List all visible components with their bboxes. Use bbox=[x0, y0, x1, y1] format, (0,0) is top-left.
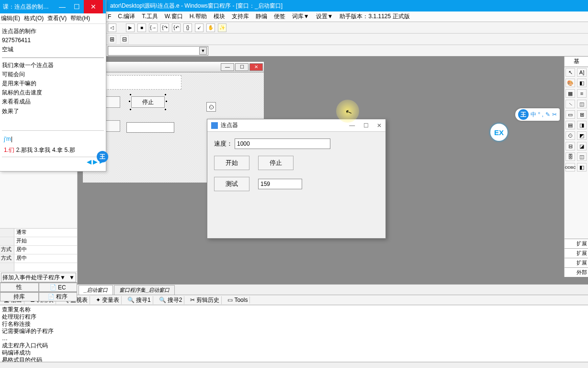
hline-icon[interactable]: ⟍ bbox=[565, 100, 575, 108]
rt-close-icon[interactable]: ✕ bbox=[377, 122, 382, 129]
combo-box[interactable]: ▼ bbox=[108, 46, 208, 56]
runtime-titlebar[interactable]: 连点器 — ☐ ✕ bbox=[207, 119, 385, 132]
ime-candidate-5[interactable]: 5.那 bbox=[65, 147, 75, 153]
palette-icon[interactable]: 🎨 bbox=[565, 79, 575, 87]
notes-title-bar[interactable]: 课：连点器的制… — ☐ ✕ bbox=[0, 0, 106, 13]
odbc-icon[interactable]: ODBC bbox=[565, 163, 575, 172]
design-result-field[interactable] bbox=[126, 122, 174, 133]
tool-icon[interactable]: ⊞ bbox=[577, 110, 587, 119]
timer-icon[interactable]: ⏲ bbox=[206, 102, 216, 112]
toolbox-bottom-tab[interactable]: 扩展 bbox=[565, 248, 588, 258]
hand-icon[interactable]: ✋ bbox=[206, 23, 215, 32]
timer-icon[interactable]: ⏲ bbox=[565, 131, 575, 140]
menu-compile[interactable]: C.编译 bbox=[118, 12, 135, 21]
design-canvas[interactable]: — ☐ ✕ 始 停止 试 bbox=[78, 57, 588, 284]
tree-icon[interactable]: ⊟ bbox=[565, 142, 575, 150]
tool-icon[interactable]: ◧ bbox=[577, 79, 587, 87]
tool-icon[interactable]: ◫ bbox=[577, 100, 587, 108]
tool-icon[interactable]: ◩ bbox=[577, 131, 587, 140]
panel-btn-4[interactable]: 📄 程序 bbox=[39, 292, 78, 301]
label-icon[interactable]: A] bbox=[577, 68, 587, 77]
run-icon[interactable]: ▶ bbox=[126, 23, 135, 32]
min-icon[interactable]: — bbox=[221, 63, 234, 71]
title-text: ator\Desktop\源码\连点器.e - Windows窗口程序 - [窗… bbox=[110, 2, 283, 10]
tool-icon[interactable]: ◧ bbox=[577, 163, 587, 172]
menu-view[interactable]: 查看(V) bbox=[47, 14, 67, 23]
panel-btn-1[interactable]: 性 bbox=[0, 283, 39, 292]
menu-note[interactable]: 便签 bbox=[274, 12, 285, 21]
otab-tools[interactable]: ▭ Tools bbox=[226, 297, 250, 303]
ime-logo-icon[interactable]: 王 bbox=[518, 109, 529, 120]
menu-window[interactable]: W.窗口 bbox=[165, 12, 183, 21]
panel-btn-3[interactable]: 持库 bbox=[0, 292, 39, 301]
event-combo[interactable]: 择加入事件处理子程序▼▼ bbox=[1, 273, 76, 282]
tool-icon[interactable]: ◫ bbox=[577, 152, 587, 161]
ime-candidate-2[interactable]: 2.那我 bbox=[16, 147, 33, 153]
step-out-icon[interactable]: {↶ bbox=[172, 23, 181, 32]
toolbox-bottom-tab[interactable]: 扩展 bbox=[565, 239, 588, 248]
toolbox-bottom-tab[interactable]: 外部 bbox=[565, 267, 588, 277]
design-stop-button[interactable]: 停止 bbox=[131, 96, 165, 108]
step-icon[interactable]: {} bbox=[183, 23, 192, 32]
otab-clip[interactable]: ✂ 剪辑历史 bbox=[188, 296, 222, 304]
notes-title: 课：连点器的制… bbox=[3, 3, 49, 11]
cursor-icon[interactable]: ↙ bbox=[195, 23, 204, 32]
menu-item[interactable]: F bbox=[108, 13, 111, 20]
menu-tools[interactable]: T.工具 bbox=[142, 12, 158, 21]
grid-icon[interactable]: ▦ bbox=[565, 89, 575, 98]
ime-candidate-1[interactable]: 1.们 bbox=[4, 147, 14, 153]
menu-support[interactable]: 支持库 bbox=[232, 12, 249, 21]
menu-edit[interactable]: 编辑(E) bbox=[1, 14, 20, 23]
rt-min-icon[interactable]: — bbox=[349, 122, 355, 129]
otab-vars[interactable]: ✦ 变量表 bbox=[94, 296, 122, 304]
step-into-icon[interactable]: {→ bbox=[149, 23, 158, 32]
speed-input[interactable] bbox=[235, 138, 330, 149]
menu-dict[interactable]: 词库▼ bbox=[292, 12, 309, 21]
magic-icon[interactable]: ✨ bbox=[218, 23, 226, 32]
otab-s2[interactable]: 🔍 搜寻2 bbox=[157, 296, 185, 304]
ex-badge[interactable]: EX bbox=[490, 124, 508, 141]
db-icon[interactable]: 🗄 bbox=[565, 152, 575, 161]
menu-help[interactable]: H.帮助 bbox=[190, 12, 207, 21]
notes-body[interactable]: 连点器的制作 927576411 空城 我们来做一个连点器 可能会问 是用来干嘛… bbox=[0, 24, 106, 160]
ime-candidate-3[interactable]: 3.拿我 bbox=[34, 147, 50, 153]
stop-button[interactable]: 停止 bbox=[258, 156, 294, 170]
maximize-button[interactable]: ☐ bbox=[69, 0, 84, 13]
menu-help[interactable]: 帮助(H) bbox=[70, 14, 90, 23]
step-over-icon[interactable]: {↷ bbox=[160, 23, 169, 32]
toolbox-bottom-tab[interactable]: 扩展 bbox=[565, 258, 588, 267]
result-input[interactable] bbox=[258, 179, 302, 189]
menu-module[interactable]: 模块 bbox=[214, 12, 225, 21]
minimize-button[interactable]: — bbox=[55, 0, 69, 13]
chevron-down-icon[interactable]: ▼ bbox=[199, 47, 207, 55]
menu-settings[interactable]: 设置▼ bbox=[316, 12, 333, 21]
tool-icon[interactable]: ≡ bbox=[577, 89, 587, 98]
start-button[interactable]: 开始 bbox=[214, 156, 249, 170]
doc-tab-1[interactable]: _启动窗口 bbox=[79, 285, 113, 295]
panel-btn-ec[interactable]: 📄 EC bbox=[39, 283, 78, 292]
menu-static[interactable]: 静编 bbox=[256, 12, 267, 21]
align-icon[interactable]: ⊞ bbox=[108, 35, 116, 44]
doc-tab-2[interactable]: 窗口程序集_启动窗口 bbox=[114, 285, 175, 295]
test-button[interactable]: 测试 bbox=[214, 177, 249, 191]
rt-max-icon[interactable]: ☐ bbox=[363, 122, 369, 129]
cal-icon[interactable]: ▤ bbox=[565, 121, 575, 129]
go-back-icon[interactable]: ◁ bbox=[108, 23, 116, 32]
ime-candidate-4[interactable]: 4.拿 bbox=[52, 147, 63, 153]
output-body[interactable]: 查重复名称 处理现行程序 行名称连接 记需要编译的子程序 … 成主程序入口代码 … bbox=[0, 305, 588, 362]
pointer-icon[interactable]: ↖ bbox=[565, 68, 575, 77]
side-ime-bar[interactable]: 王 中 ° , ✎ ✂ bbox=[515, 108, 560, 121]
otab-s1[interactable]: 🔍 搜寻1 bbox=[125, 296, 153, 304]
tool-icon[interactable]: ◨ bbox=[577, 121, 587, 129]
close-icon[interactable]: ✕ bbox=[249, 63, 263, 71]
align2-icon[interactable]: ⊟ bbox=[120, 35, 129, 44]
ime-badge-icon[interactable]: 王 bbox=[97, 151, 108, 162]
menu-format[interactable]: 格式(O) bbox=[24, 14, 44, 23]
tool-icon[interactable]: ◪ bbox=[577, 142, 587, 150]
stop-icon[interactable]: ■ bbox=[137, 23, 146, 32]
design-titlebar[interactable]: — ☐ ✕ bbox=[83, 62, 264, 72]
max-icon[interactable]: ☐ bbox=[235, 63, 249, 71]
form-icon[interactable]: ▭ bbox=[565, 110, 575, 119]
close-button[interactable]: ✕ bbox=[84, 0, 103, 13]
toolbox-tab[interactable]: 基 bbox=[565, 57, 588, 67]
